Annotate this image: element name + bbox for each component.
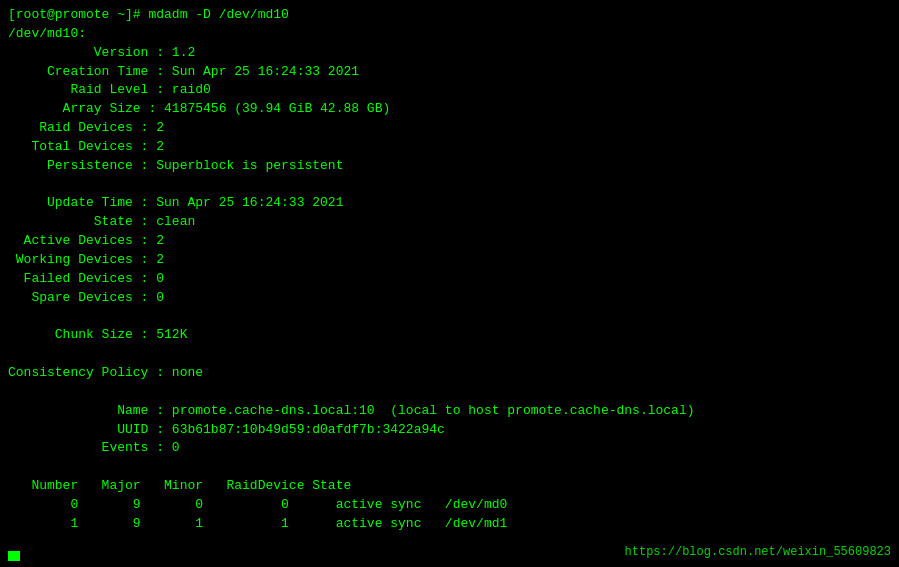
device-line: /dev/md10:	[8, 25, 891, 44]
field-line: UUID : 63b61b87:10b49d59:d0afdf7b:3422a9…	[8, 421, 891, 440]
field-line: Failed Devices : 0	[8, 270, 891, 289]
field-line: Raid Level : raid0	[8, 81, 891, 100]
field-line	[8, 176, 891, 195]
field-line: Working Devices : 2	[8, 251, 891, 270]
field-line	[8, 308, 891, 327]
bottom-bar: https://blog.csdn.net/weixin_55609823	[8, 551, 891, 561]
field-line: Name : promote.cache-dns.local:10 (local…	[8, 402, 891, 421]
terminal-window: [root@promote ~]# mdadm -D /dev/md10 /de…	[8, 6, 891, 561]
table-header: Number Major Minor RaidDevice State	[8, 477, 891, 496]
fields-section: Version : 1.2 Creation Time : Sun Apr 25…	[8, 44, 891, 459]
field-line: Update Time : Sun Apr 25 16:24:33 2021	[8, 194, 891, 213]
field-line: Total Devices : 2	[8, 138, 891, 157]
field-line: Events : 0	[8, 439, 891, 458]
table-row: 0 9 0 0 active sync /dev/md0	[8, 496, 891, 515]
cursor-block	[8, 551, 20, 561]
field-line: Creation Time : Sun Apr 25 16:24:33 2021	[8, 63, 891, 82]
field-line: Consistency Policy : none	[8, 364, 891, 383]
field-line: Array Size : 41875456 (39.94 GiB 42.88 G…	[8, 100, 891, 119]
field-line: Raid Devices : 2	[8, 119, 891, 138]
field-line: Spare Devices : 0	[8, 289, 891, 308]
prompt-line: [root@promote ~]# mdadm -D /dev/md10	[8, 6, 891, 25]
blank-line	[8, 458, 891, 477]
field-line: State : clean	[8, 213, 891, 232]
table-rows: 0 9 0 0 active sync /dev/md0 1 9 1 1 act…	[8, 496, 891, 534]
field-line: Persistence : Superblock is persistent	[8, 157, 891, 176]
field-line: Active Devices : 2	[8, 232, 891, 251]
field-line: Chunk Size : 512K	[8, 326, 891, 345]
field-line	[8, 345, 891, 364]
field-line: Version : 1.2	[8, 44, 891, 63]
table-row: 1 9 1 1 active sync /dev/md1	[8, 515, 891, 534]
watermark: https://blog.csdn.net/weixin_55609823	[625, 544, 891, 561]
field-line	[8, 383, 891, 402]
